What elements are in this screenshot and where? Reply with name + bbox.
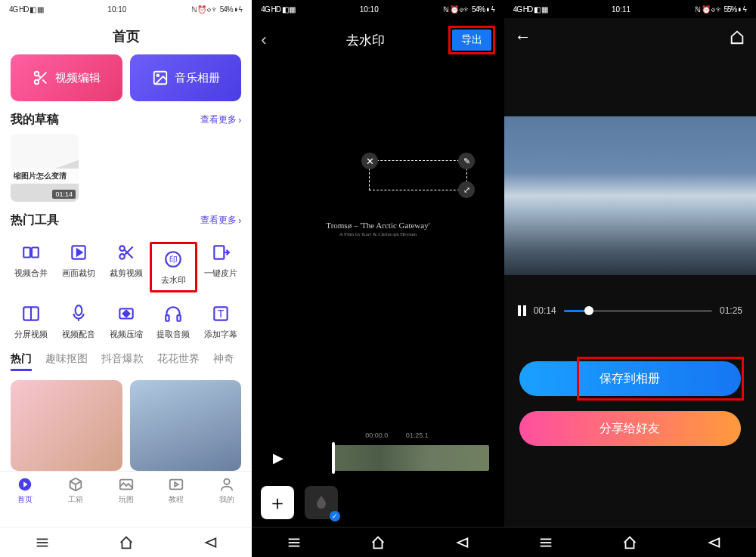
pause-button[interactable] xyxy=(518,305,526,316)
add-button[interactable]: ＋ xyxy=(261,486,294,519)
recent-apps-button[interactable] xyxy=(285,534,303,552)
view-more-link[interactable]: 查看更多› xyxy=(200,113,241,126)
cut-icon xyxy=(116,243,136,262)
back-button[interactable] xyxy=(453,534,471,552)
system-nav xyxy=(504,527,756,557)
tool-grid: 视频合并 画面裁切 裁剪视频 印 去水印 一键皮片 分屏视频 视频配音 视频压缩 xyxy=(0,234,252,345)
svg-marker-10 xyxy=(77,249,82,256)
status-time: 10:11 xyxy=(612,5,631,14)
tool-remove-watermark[interactable]: 印 去水印 xyxy=(150,242,197,292)
back-button[interactable] xyxy=(705,534,723,552)
play-button[interactable]: ▶ xyxy=(259,450,297,466)
close-icon[interactable]: ✕ xyxy=(361,153,378,169)
watermark-tool-button[interactable]: ✓ xyxy=(305,486,338,519)
tool-subtitle[interactable]: T 添加字幕 xyxy=(197,303,245,340)
home-button[interactable] xyxy=(621,534,639,552)
video-overlay-text: Tromsø – 'The Arctic Gateway' A Film by … xyxy=(252,221,503,237)
svg-point-1 xyxy=(35,80,39,85)
back-button[interactable]: ‹ xyxy=(261,30,284,50)
music-album-card[interactable]: 音乐相册 xyxy=(130,54,242,101)
drafts-heading: 我的草稿 xyxy=(11,112,59,128)
back-button[interactable]: ← xyxy=(515,27,531,47)
tab-flowers[interactable]: 花花世界 xyxy=(157,352,200,371)
headphones-icon xyxy=(163,304,183,323)
tool-extract-audio[interactable]: 提取音频 xyxy=(150,303,197,340)
status-time: 10:10 xyxy=(107,5,126,14)
nav-home[interactable]: 首页 xyxy=(17,476,33,505)
editor-title: 去水印 xyxy=(346,32,385,49)
progress-bar[interactable] xyxy=(564,310,712,312)
progress-knob[interactable] xyxy=(584,306,593,315)
recent-apps-button[interactable] xyxy=(537,534,555,552)
image-icon xyxy=(152,70,169,86)
home-icon xyxy=(17,476,33,493)
nav-tutorial[interactable]: 教程 xyxy=(168,476,184,505)
svg-line-3 xyxy=(42,79,46,83)
screen-watermark-editor: 4G HD ◧ ▦ 10:10 ℕ ⏰ ⊘ ᯤ 54% ▮ ϟ ‹ 去水印 导出… xyxy=(252,0,503,557)
split-icon xyxy=(21,304,41,323)
svg-rect-8 xyxy=(32,248,39,258)
playhead[interactable] xyxy=(332,442,335,474)
tab-magic[interactable]: 神奇 xyxy=(213,352,234,371)
video-edit-card[interactable]: 视频编辑 xyxy=(11,54,122,101)
svg-rect-17 xyxy=(214,246,224,258)
export-button[interactable]: 导出 xyxy=(452,29,491,51)
tab-hot[interactable]: 热门 xyxy=(11,352,32,371)
nav-toolbox[interactable]: 工箱 xyxy=(67,476,84,505)
video-icon xyxy=(168,476,184,493)
home-button[interactable] xyxy=(117,534,135,552)
svg-point-20 xyxy=(76,305,82,315)
watermark-selection-box[interactable]: ✕ ✎ ⤢ xyxy=(369,160,467,190)
screen-home: 4G HD ◧ ▦ 10:10 ℕ ⏰ ⊘ ᯤ 54% ▮ ϟ 首页 视频编辑 … xyxy=(0,0,252,557)
status-bar: 4G HD ◧ ▦ 10:10 ℕ ⏰ ⊘ ᯤ 54% ▮ ϟ xyxy=(0,0,252,18)
home-button[interactable] xyxy=(369,534,387,552)
status-bar: 4G HD ◧ ▦ 10:10 ℕ ⏰ ⊘ ᯤ 54% ▮ ϟ xyxy=(252,0,503,18)
status-right-icons: ℕ ⏰ ⊘ ᯤ 55% ▮ ϟ xyxy=(695,5,747,14)
status-time: 10:10 xyxy=(360,5,379,14)
tab-douyin[interactable]: 抖音爆款 xyxy=(101,352,144,371)
svg-point-31 xyxy=(224,479,229,484)
timeline-thumbnails xyxy=(332,445,488,471)
tool-trim[interactable]: 裁剪视频 xyxy=(102,242,150,292)
tool-split[interactable]: 分屏视频 xyxy=(8,303,55,340)
template-item[interactable] xyxy=(11,380,122,471)
status-bar: 4G HD ◧ ▦ 10:11 ℕ ⏰ ⊘ ᯤ 55% ▮ ϟ xyxy=(504,0,756,18)
draft-item[interactable]: 缩图片怎么变清 01:14 xyxy=(11,134,79,202)
status-right-icons: ℕ ⏰ ⊘ ᯤ 54% ▮ ϟ xyxy=(191,5,243,14)
home-icon-button[interactable] xyxy=(729,29,745,45)
check-icon: ✓ xyxy=(330,511,340,521)
playback-controls: 00:14 01:25 xyxy=(504,298,756,323)
video-canvas[interactable]: ✕ ✎ ⤢ Tromsø – 'The Arctic Gateway' A Fi… xyxy=(252,62,503,425)
timeline-start: 00:00.0 xyxy=(365,432,388,439)
edit-icon[interactable]: ✎ xyxy=(458,153,475,169)
save-highlight xyxy=(577,357,744,401)
crop-icon xyxy=(69,243,88,262)
tab-matting[interactable]: 趣味抠图 xyxy=(45,352,88,371)
video-preview[interactable] xyxy=(504,116,756,275)
tool-merge[interactable]: 视频合并 xyxy=(8,242,55,292)
timeline-track[interactable] xyxy=(305,445,496,471)
svg-text:T: T xyxy=(218,308,225,320)
svg-rect-7 xyxy=(24,248,31,258)
nav-play[interactable]: 玩图 xyxy=(118,476,135,505)
tool-skin[interactable]: 一键皮片 xyxy=(197,242,245,292)
merge-icon xyxy=(21,243,41,262)
nav-me[interactable]: 我的 xyxy=(218,476,235,505)
share-button[interactable]: 分享给好友 xyxy=(519,411,741,446)
svg-point-6 xyxy=(156,74,159,76)
tool-crop[interactable]: 画面裁切 xyxy=(55,242,103,292)
template-item[interactable] xyxy=(130,380,242,471)
timeline-end: 01:25.1 xyxy=(406,432,429,439)
user-icon xyxy=(218,476,235,493)
status-left-icons: 4G HD ◧ ▦ xyxy=(9,5,43,14)
resize-icon[interactable]: ⤢ xyxy=(458,181,475,198)
home-icon xyxy=(729,29,745,45)
tool-compress[interactable]: 视频压缩 xyxy=(102,303,150,340)
svg-point-12 xyxy=(119,254,125,259)
tool-dub[interactable]: 视频配音 xyxy=(55,303,103,340)
recent-apps-button[interactable] xyxy=(33,534,51,552)
back-button[interactable] xyxy=(201,534,219,552)
view-more-link[interactable]: 查看更多› xyxy=(200,214,241,227)
mic-icon xyxy=(69,304,88,323)
magic-icon xyxy=(211,243,231,262)
